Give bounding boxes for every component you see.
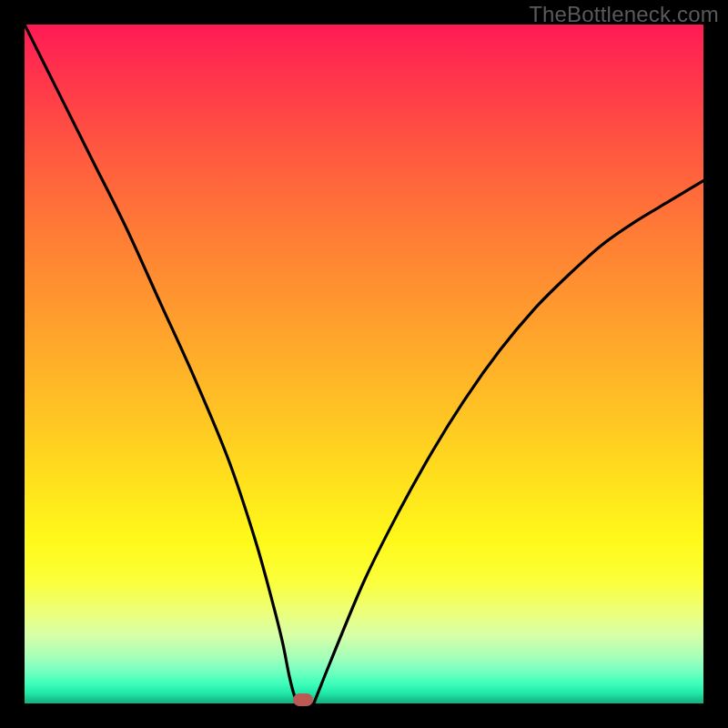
plot-area bbox=[25, 25, 703, 703]
chart-frame: TheBottleneck.com bbox=[0, 0, 728, 728]
optimal-point-marker bbox=[293, 693, 313, 706]
watermark-label: TheBottleneck.com bbox=[529, 2, 719, 27]
bottleneck-curve bbox=[25, 25, 703, 703]
